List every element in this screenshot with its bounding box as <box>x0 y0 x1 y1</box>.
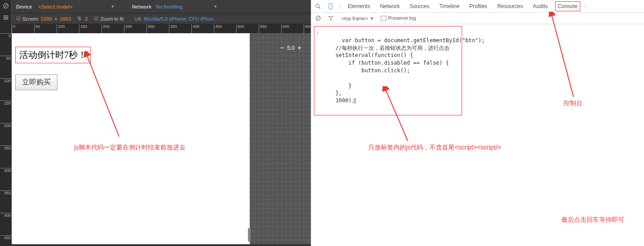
buy-now-button[interactable]: 立即购买 <box>15 75 57 90</box>
svg-rect-9 <box>329 3 332 9</box>
annotation-text-3: 控制台 <box>564 99 582 107</box>
screen-height-value[interactable]: 2663 <box>60 16 71 22</box>
frame-select[interactable]: <top frame> ▼ <box>339 15 376 22</box>
ruler-tick: 400 <box>0 213 12 218</box>
annotation-arrow-1 <box>83 51 124 141</box>
devtools-tab-console[interactable]: Console <box>555 1 580 11</box>
ruler-tick: 0 <box>0 33 12 38</box>
annotation-text-4: 最后点击回车等待即可 <box>561 216 624 224</box>
svg-line-6 <box>87 55 119 136</box>
device-toolbar-row2: ☑ Screen 1590 × 2663 ⇅ 2 ☑ Zoom to fit U… <box>12 13 311 24</box>
search-icon[interactable] <box>314 2 322 10</box>
devtools-tab-timeline[interactable]: Timeline <box>437 1 462 11</box>
devtools-tab-resources[interactable]: Resources <box>494 1 525 11</box>
annotation-arrow-2 <box>382 86 413 145</box>
ruler-tick: 350 <box>169 24 177 33</box>
zoom-controls: − 5.0 + <box>280 44 301 52</box>
device-model-select[interactable]: <Select model> <box>35 3 75 10</box>
devtools-panel: | ElementsNetworkSourcesTimelineProfiles… <box>311 0 644 246</box>
zoom-to-fit-label[interactable]: Zoom to fit <box>100 16 124 22</box>
dimension-x: × <box>54 16 57 22</box>
devtools-tab-sources[interactable]: Sources <box>407 1 432 11</box>
preserve-log-checkbox[interactable]: Preserve log <box>381 15 416 21</box>
ruler-tick: 350 <box>0 190 12 195</box>
viewport-canvas: 活动倒计时7秒！ 立即购买 <box>12 33 250 244</box>
ruler-tick: 50 <box>34 24 40 33</box>
ruler-tick: 250 <box>124 24 132 33</box>
devtools-tab-profiles[interactable]: Profiles <box>467 1 490 11</box>
ruler-tick: 0 <box>12 24 15 33</box>
separator: | <box>585 3 586 9</box>
annotation-text-1: js脚本代码一定要在倒计时结束前放进去 <box>74 144 185 152</box>
panel-resize-handle[interactable] <box>248 228 251 242</box>
svg-line-8 <box>319 7 321 9</box>
filter-icon[interactable] <box>326 14 335 22</box>
ruler-vertical: 050100150200250300350400450 <box>0 33 12 246</box>
svg-rect-3 <box>4 17 9 18</box>
ruler-tick: 100 <box>0 78 12 83</box>
dpr-value[interactable]: 2 <box>85 16 88 22</box>
checkbox-icon[interactable]: ☑ <box>16 16 21 22</box>
annotation-text-2: 只放标签内的js代码，不含首尾<script><script/> <box>368 144 501 152</box>
svg-line-1 <box>4 4 8 8</box>
ruler-tick: 150 <box>79 24 87 33</box>
ruler-tick: 600 <box>281 24 289 33</box>
console-toolbar: <top frame> ▼ Preserve log <box>311 13 644 24</box>
svg-rect-4 <box>4 19 9 20</box>
ruler-tick: 150 <box>0 101 12 105</box>
prompt-caret-icon: › <box>316 29 319 37</box>
svg-rect-2 <box>4 16 9 17</box>
devtools-tab-audits[interactable]: Audits <box>530 1 550 11</box>
zoom-out-button[interactable]: − <box>280 44 284 52</box>
svg-line-14 <box>385 89 408 141</box>
console-area[interactable]: ›var button = document.getElementById("b… <box>311 24 644 117</box>
screen-width-value[interactable]: 1590 <box>41 16 52 22</box>
device-mode-panel: Device <Select model> ▾ Network No throt… <box>0 0 311 246</box>
list-icon[interactable] <box>0 12 12 23</box>
clear-console-icon[interactable] <box>314 14 322 22</box>
ua-value[interactable]: Mozilla/5.0 (iPhone; CPU iPhon... <box>144 16 217 22</box>
ruler-tick: 650 <box>304 24 311 33</box>
ruler-tick: 300 <box>0 168 12 173</box>
zoom-in-button[interactable]: + <box>297 44 301 52</box>
swap-icon[interactable]: ⇅ <box>77 16 81 22</box>
ruler-tick: 500 <box>236 24 244 33</box>
separator: | <box>339 3 340 9</box>
ruler-tick: 450 <box>0 235 12 240</box>
ruler-tick: 300 <box>146 24 154 33</box>
devtools-tabbar: | ElementsNetworkSourcesTimelineProfiles… <box>311 0 644 13</box>
ruler-tick: 250 <box>0 145 12 150</box>
zoom-value: 5.0 <box>287 45 295 51</box>
ruler-tick: 450 <box>214 24 222 33</box>
ruler-horizontal: 050100150200250300350400450500550600650 <box>12 24 311 33</box>
ruler-tick: 200 <box>101 24 110 33</box>
screen-label: Screen <box>22 16 38 22</box>
svg-line-16 <box>551 14 573 97</box>
viewport-overflow-grid: − 5.0 + <box>250 33 311 244</box>
text-cursor <box>355 98 355 104</box>
device-toolbar-row1: Device <Select model> ▾ Network No throt… <box>12 0 311 13</box>
network-label: Network <box>132 4 151 9</box>
devtools-tab-elements[interactable]: Elements <box>345 1 373 11</box>
no-entry-icon[interactable] <box>0 0 12 12</box>
ruler-tick: 400 <box>191 24 199 33</box>
network-throttling-select[interactable]: No throttling <box>156 4 182 9</box>
ua-label: UA <box>134 16 141 22</box>
countdown-text: 活动倒计时7秒！ <box>15 47 91 63</box>
checkbox-icon[interactable]: ☑ <box>94 16 98 22</box>
svg-marker-12 <box>328 16 333 20</box>
dropdown-arrow-icon[interactable]: ▾ <box>214 4 217 9</box>
ruler-tick: 550 <box>259 24 267 33</box>
svg-line-11 <box>317 17 320 20</box>
ruler-tick: 50 <box>0 56 12 61</box>
ruler-tick: 100 <box>57 24 65 33</box>
device-toggle-icon[interactable] <box>326 2 335 10</box>
devtools-tab-network[interactable]: Network <box>377 1 402 11</box>
dropdown-arrow-icon[interactable]: ▾ <box>111 4 114 9</box>
svg-point-7 <box>316 4 319 7</box>
ruler-tick: 200 <box>0 123 12 128</box>
device-label: Device <box>16 4 32 9</box>
annotation-arrow-3 <box>549 12 580 99</box>
